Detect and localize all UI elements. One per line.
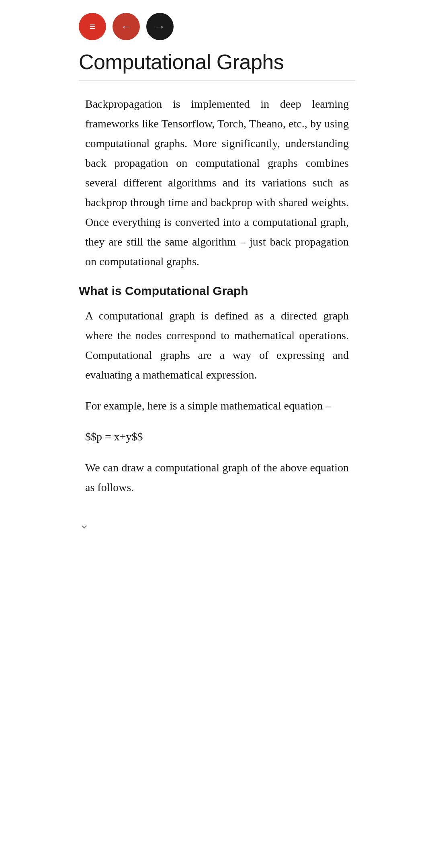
divider xyxy=(79,80,355,81)
page-title: Computational Graphs xyxy=(64,50,370,80)
section-paragraph-1: A computational graph is defined as a di… xyxy=(79,306,355,385)
top-bar: ≡ ← → xyxy=(64,0,370,50)
math-expression: $$p = x+y$$ xyxy=(79,427,355,446)
menu-icon: ≡ xyxy=(89,20,95,33)
section-paragraph-3: We can draw a computational graph of the… xyxy=(79,458,355,497)
back-icon: ← xyxy=(121,20,131,33)
forward-button[interactable]: → xyxy=(146,13,174,40)
content-area: Backpropagation is implemented in deep l… xyxy=(64,94,370,497)
section-heading: What is Computational Graph xyxy=(79,284,355,298)
forward-icon: → xyxy=(155,20,165,33)
menu-button[interactable]: ≡ xyxy=(79,13,106,40)
bottom-chevron-area: ⌄ xyxy=(64,508,370,532)
section-paragraph-2: For example, here is a simple mathematic… xyxy=(79,396,355,416)
back-button[interactable]: ← xyxy=(113,13,140,40)
chevron-down-icon: ⌄ xyxy=(79,516,90,532)
main-paragraph: Backpropagation is implemented in deep l… xyxy=(79,94,355,271)
